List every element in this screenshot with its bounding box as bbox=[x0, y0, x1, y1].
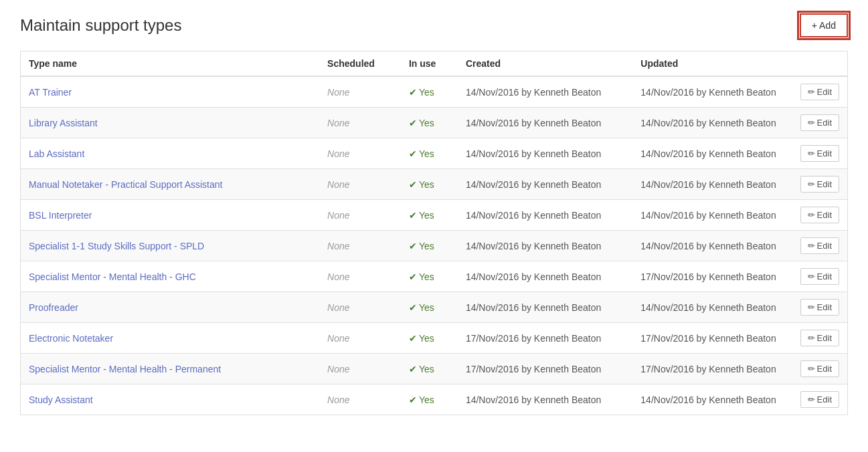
edit-button[interactable]: ✏Edit bbox=[800, 145, 839, 162]
cell-action: ✏Edit bbox=[792, 354, 848, 384]
col-header-scheduled: Scheduled bbox=[319, 51, 401, 77]
checkmark-icon: ✔ bbox=[409, 394, 417, 405]
type-name-link[interactable]: Specialist 1-1 Study Skills Support - SP… bbox=[29, 241, 204, 251]
updated-value: 14/Nov/2016 by Kenneth Beaton bbox=[640, 394, 776, 405]
cell-in-use: ✔Yes bbox=[401, 384, 458, 415]
edit-button[interactable]: ✏Edit bbox=[800, 237, 839, 254]
updated-value: 17/Nov/2016 by Kenneth Beaton bbox=[640, 364, 776, 374]
cell-created: 14/Nov/2016 by Kenneth Beaton bbox=[458, 76, 632, 108]
created-value: 17/Nov/2016 by Kenneth Beaton bbox=[466, 364, 601, 374]
edit-button[interactable]: ✏Edit bbox=[800, 391, 839, 408]
pencil-icon: ✏ bbox=[808, 394, 815, 405]
cell-updated: 14/Nov/2016 by Kenneth Beaton bbox=[632, 200, 792, 231]
cell-type-name: Electronic Notetaker bbox=[21, 323, 320, 354]
edit-button[interactable]: ✏Edit bbox=[800, 268, 839, 285]
scheduled-value: None bbox=[327, 87, 349, 98]
col-header-action bbox=[792, 51, 848, 77]
checkmark-icon: ✔ bbox=[409, 364, 417, 374]
type-name-link[interactable]: BSL Interpreter bbox=[29, 210, 92, 221]
pencil-icon: ✏ bbox=[808, 333, 815, 343]
table-row: Specialist Mentor - Mental Health - Perm… bbox=[21, 354, 848, 384]
cell-type-name: Specialist Mentor - Mental Health - GHC bbox=[21, 261, 320, 292]
type-name-link[interactable]: Library Assistant bbox=[29, 118, 98, 128]
cell-updated: 14/Nov/2016 by Kenneth Beaton bbox=[632, 169, 792, 200]
type-name-link[interactable]: AT Trainer bbox=[29, 87, 72, 98]
edit-button[interactable]: ✏Edit bbox=[800, 330, 839, 346]
checkmark-icon: ✔ bbox=[409, 87, 417, 98]
cell-in-use: ✔Yes bbox=[401, 231, 458, 261]
updated-value: 17/Nov/2016 by Kenneth Beaton bbox=[640, 333, 776, 344]
type-name-link[interactable]: Manual Notetaker - Practical Support Ass… bbox=[29, 179, 222, 190]
cell-scheduled: None bbox=[319, 76, 401, 108]
cell-in-use: ✔Yes bbox=[401, 292, 458, 323]
col-header-updated: Updated bbox=[632, 51, 792, 77]
page-header: Maintain support types + Add bbox=[20, 13, 848, 37]
add-button[interactable]: + Add bbox=[800, 13, 848, 37]
cell-scheduled: None bbox=[319, 200, 401, 231]
cell-action: ✏Edit bbox=[792, 261, 848, 292]
type-name-link[interactable]: Specialist Mentor - Mental Health - Perm… bbox=[29, 364, 221, 374]
cell-action: ✏Edit bbox=[792, 138, 848, 169]
table-row: Library Assistant None ✔Yes 14/Nov/2016 … bbox=[21, 108, 848, 138]
col-header-created: Created bbox=[458, 51, 632, 77]
cell-scheduled: None bbox=[319, 231, 401, 261]
type-name-link[interactable]: Specialist Mentor - Mental Health - GHC bbox=[29, 271, 196, 282]
cell-created: 14/Nov/2016 by Kenneth Beaton bbox=[458, 138, 632, 169]
cell-type-name: Study Assistant bbox=[21, 384, 320, 415]
checkmark-icon: ✔ bbox=[409, 118, 417, 128]
cell-created: 14/Nov/2016 by Kenneth Beaton bbox=[458, 261, 632, 292]
cell-created: 17/Nov/2016 by Kenneth Beaton bbox=[458, 354, 632, 384]
table-row: Specialist 1-1 Study Skills Support - SP… bbox=[21, 231, 848, 261]
type-name-link[interactable]: Lab Assistant bbox=[29, 148, 84, 159]
cell-scheduled: None bbox=[319, 323, 401, 354]
cell-in-use: ✔Yes bbox=[401, 76, 458, 108]
created-value: 17/Nov/2016 by Kenneth Beaton bbox=[466, 333, 601, 344]
table-row: BSL Interpreter None ✔Yes 14/Nov/2016 by… bbox=[21, 200, 848, 231]
scheduled-value: None bbox=[327, 210, 349, 221]
edit-button[interactable]: ✏Edit bbox=[800, 207, 839, 223]
cell-scheduled: None bbox=[319, 261, 401, 292]
table-row: Proofreader None ✔Yes 14/Nov/2016 by Ken… bbox=[21, 292, 848, 323]
edit-button[interactable]: ✏Edit bbox=[800, 176, 839, 193]
table-row: Manual Notetaker - Practical Support Ass… bbox=[21, 169, 848, 200]
updated-value: 14/Nov/2016 by Kenneth Beaton bbox=[640, 302, 776, 313]
updated-value: 14/Nov/2016 by Kenneth Beaton bbox=[640, 210, 776, 221]
edit-button[interactable]: ✏Edit bbox=[800, 299, 839, 316]
cell-updated: 14/Nov/2016 by Kenneth Beaton bbox=[632, 138, 792, 169]
type-name-link[interactable]: Proofreader bbox=[29, 302, 78, 313]
cell-type-name: Proofreader bbox=[21, 292, 320, 323]
cell-in-use: ✔Yes bbox=[401, 169, 458, 200]
edit-button[interactable]: ✏Edit bbox=[800, 114, 839, 131]
pencil-icon: ✏ bbox=[808, 241, 815, 251]
updated-value: 14/Nov/2016 by Kenneth Beaton bbox=[640, 118, 776, 128]
scheduled-value: None bbox=[327, 179, 349, 190]
type-name-link[interactable]: Study Assistant bbox=[29, 394, 93, 405]
updated-value: 14/Nov/2016 by Kenneth Beaton bbox=[640, 87, 776, 98]
created-value: 14/Nov/2016 by Kenneth Beaton bbox=[466, 394, 601, 405]
cell-scheduled: None bbox=[319, 108, 401, 138]
cell-type-name: BSL Interpreter bbox=[21, 200, 320, 231]
type-name-link[interactable]: Electronic Notetaker bbox=[29, 333, 113, 344]
pencil-icon: ✏ bbox=[808, 302, 815, 312]
in-use-value: ✔Yes bbox=[409, 148, 434, 159]
table-row: Lab Assistant None ✔Yes 14/Nov/2016 by K… bbox=[21, 138, 848, 169]
scheduled-value: None bbox=[327, 271, 349, 282]
cell-in-use: ✔Yes bbox=[401, 323, 458, 354]
created-value: 14/Nov/2016 by Kenneth Beaton bbox=[466, 210, 601, 221]
pencil-icon: ✏ bbox=[808, 271, 815, 281]
cell-type-name: Manual Notetaker - Practical Support Ass… bbox=[21, 169, 320, 200]
table-row: Electronic Notetaker None ✔Yes 17/Nov/20… bbox=[21, 323, 848, 354]
cell-updated: 14/Nov/2016 by Kenneth Beaton bbox=[632, 384, 792, 415]
cell-updated: 14/Nov/2016 by Kenneth Beaton bbox=[632, 292, 792, 323]
created-value: 14/Nov/2016 by Kenneth Beaton bbox=[466, 271, 601, 282]
edit-button[interactable]: ✏Edit bbox=[800, 84, 839, 100]
edit-button[interactable]: ✏Edit bbox=[800, 360, 839, 377]
cell-created: 17/Nov/2016 by Kenneth Beaton bbox=[458, 323, 632, 354]
scheduled-value: None bbox=[327, 394, 349, 405]
cell-type-name: Lab Assistant bbox=[21, 138, 320, 169]
scheduled-value: None bbox=[327, 118, 349, 128]
updated-value: 17/Nov/2016 by Kenneth Beaton bbox=[640, 271, 776, 282]
pencil-icon: ✏ bbox=[808, 87, 815, 97]
pencil-icon: ✏ bbox=[808, 148, 815, 158]
checkmark-icon: ✔ bbox=[409, 241, 417, 251]
